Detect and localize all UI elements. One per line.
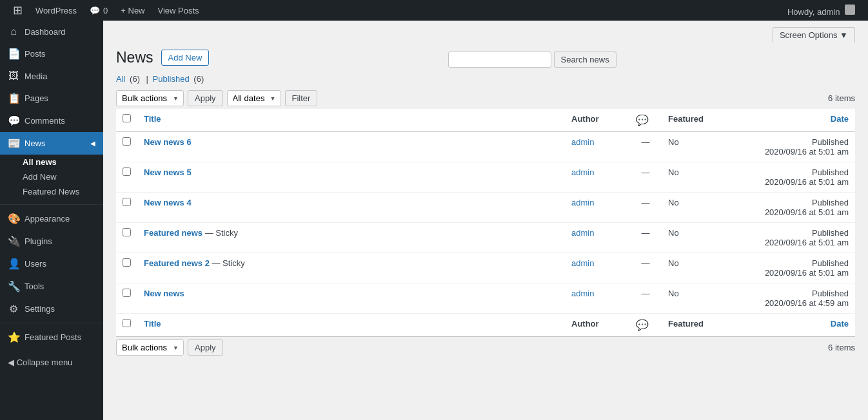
post-title-link[interactable]: New news 6 — [144, 137, 192, 147]
row-comments-value: — — [642, 137, 650, 147]
site-name[interactable]: WordPress — [29, 0, 83, 21]
comments-count: 0 — [103, 6, 108, 15]
post-author-link[interactable]: admin — [571, 258, 594, 268]
collapse-menu[interactable]: ◀ Collapse menu — [0, 351, 103, 374]
table-row: New news 6 admin — No Published 2020/09/… — [116, 132, 855, 162]
post-author-link[interactable]: admin — [571, 228, 594, 238]
apply-button-top[interactable]: Apply — [188, 90, 223, 106]
wp-logo[interactable]: ⊞ — [6, 0, 29, 21]
collapse-menu-label: Collapse menu — [17, 358, 73, 367]
row-date-value: 2020/09/16 at 5:01 am — [765, 268, 849, 278]
sidebar-item-plugins[interactable]: 🔌 Plugins — [0, 230, 103, 253]
view-posts-link[interactable]: View Posts — [152, 0, 206, 21]
date-sort-link[interactable]: Date — [745, 114, 849, 124]
bulk-actions-select-bottom[interactable]: Bulk actions — [116, 339, 184, 356]
post-author-link[interactable]: admin — [571, 167, 594, 177]
search-input[interactable] — [448, 52, 551, 68]
filter-all-link[interactable]: All — [116, 74, 125, 84]
bulk-actions-bottom-wrapper: Bulk actions — [116, 339, 184, 356]
sidebar-subitem-all-news[interactable]: All news — [0, 155, 103, 169]
admin-bar: ⊞ WordPress 💬 0 + New View Posts Howdy, … — [0, 0, 868, 21]
row-checkbox-0[interactable] — [123, 137, 131, 146]
row-featured-cell: No — [662, 283, 739, 314]
sidebar-item-label: Appearance — [25, 214, 70, 224]
post-title-link[interactable]: Featured news — [144, 228, 202, 238]
sidebar-item-news[interactable]: 📰 News ◀ — [0, 132, 103, 155]
sidebar-subitem-featured-news[interactable]: Featured News — [0, 184, 103, 199]
plugins-icon: 🔌 — [8, 235, 19, 247]
post-author-link[interactable]: admin — [571, 137, 594, 147]
comments-icon: 💬 — [8, 115, 19, 127]
sidebar-item-posts[interactable]: 📄 Posts — [0, 43, 103, 65]
news-arrow: ◀ — [90, 140, 95, 147]
screen-options-button[interactable]: Screen Options ▼ — [773, 27, 855, 43]
row-featured-cell: No — [662, 162, 739, 193]
post-title-link[interactable]: New news — [144, 289, 184, 298]
sidebar-subitem-add-new[interactable]: Add New — [0, 169, 103, 184]
title-sort-link-bottom[interactable]: Title — [144, 319, 558, 329]
sidebar-item-tools[interactable]: 🔧 Tools — [0, 275, 103, 298]
page-header: News Add New — [116, 49, 209, 66]
news-table: Title Author 💬 Featured Date — [116, 109, 855, 337]
page-title: News — [116, 49, 153, 66]
main-content: Screen Options ▼ News Add New Search new… — [103, 21, 868, 420]
post-title-link[interactable]: Featured news 2 — [144, 258, 210, 268]
row-checkbox-1[interactable] — [123, 167, 131, 176]
dashboard-icon: ⌂ — [8, 26, 19, 37]
filter-separator: | — [146, 74, 151, 84]
row-date-cell: Published 2020/09/16 at 5:01 am — [739, 253, 855, 283]
sidebar-item-featured-posts[interactable]: ⭐ Featured Posts — [0, 326, 103, 348]
post-author-link[interactable]: admin — [571, 198, 594, 207]
title-sort-link[interactable]: Title — [144, 114, 558, 124]
select-all-checkbox-top[interactable] — [123, 114, 131, 122]
items-count-top: 6 items — [828, 93, 855, 103]
sidebar-item-pages[interactable]: 📋 Pages — [0, 87, 103, 110]
bulk-actions-wrapper: Bulk actions — [116, 90, 184, 106]
row-author-cell: admin — [565, 193, 629, 223]
user-avatar — [845, 5, 855, 15]
posts-icon: 📄 — [8, 48, 19, 60]
row-featured-value: No — [668, 198, 679, 207]
post-title-link[interactable]: New news 5 — [144, 167, 192, 177]
date-filter-select[interactable]: All dates — [227, 90, 281, 106]
add-new-button[interactable]: Add New — [161, 50, 210, 66]
settings-icon: ⚙ — [8, 303, 19, 315]
new-content-link[interactable]: + New — [114, 0, 151, 21]
row-featured-value: No — [668, 258, 679, 268]
row-checkbox-5[interactable] — [123, 289, 131, 297]
adminbar-right: Howdy, admin — [781, 5, 862, 17]
sidebar-divider-2 — [0, 323, 103, 323]
filter-links: All (6) | Published (6) — [116, 74, 855, 84]
filter-button[interactable]: Filter — [285, 90, 318, 106]
sidebar-item-appearance[interactable]: 🎨 Appearance — [0, 207, 103, 230]
search-news-button[interactable]: Search news — [554, 52, 616, 68]
featured-posts-icon: ⭐ — [8, 331, 19, 343]
sidebar-item-media[interactable]: 🖼 Media — [0, 65, 103, 87]
row-author-cell: admin — [565, 253, 629, 283]
select-all-checkbox-bottom[interactable] — [123, 319, 131, 327]
post-title-link[interactable]: New news 4 — [144, 198, 192, 207]
col-header-comments: 💬 — [629, 109, 662, 132]
table-row: New news admin — No Published 2020/09/16… — [116, 283, 855, 314]
row-comments-value: — — [642, 167, 650, 177]
comments-icon: 💬 — [90, 6, 100, 15]
date-sort-link-bottom[interactable]: Date — [745, 319, 849, 329]
filter-published-count: (6) — [193, 74, 204, 84]
sidebar-item-settings[interactable]: ⚙ Settings — [0, 298, 103, 320]
apply-button-bottom[interactable]: Apply — [188, 339, 223, 356]
row-checkbox-3[interactable] — [123, 228, 131, 236]
sidebar-item-dashboard[interactable]: ⌂ Dashboard — [0, 21, 103, 43]
comments-column-icon-bottom: 💬 — [636, 320, 649, 330]
row-checkbox-cell — [116, 132, 137, 162]
row-checkbox-4[interactable] — [123, 258, 131, 267]
row-comments-cell: — — [629, 283, 662, 314]
bulk-actions-select[interactable]: Bulk actions — [116, 90, 184, 106]
filter-published-link[interactable]: Published — [153, 74, 190, 84]
screen-options-bar: Screen Options ▼ — [116, 27, 855, 43]
sidebar-item-comments[interactable]: 💬 Comments — [0, 110, 103, 132]
site-name-label: WordPress — [35, 6, 77, 15]
sidebar-item-users[interactable]: 👤 Users — [0, 253, 103, 275]
post-author-link[interactable]: admin — [571, 289, 594, 298]
comments-link[interactable]: 💬 0 — [83, 0, 114, 21]
row-checkbox-2[interactable] — [123, 198, 131, 206]
